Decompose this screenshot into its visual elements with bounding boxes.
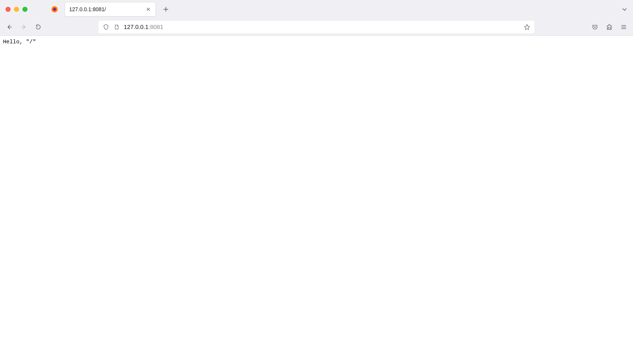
- url-text[interactable]: 127.0.0.1:8081: [124, 24, 520, 30]
- new-tab-button[interactable]: [161, 4, 171, 14]
- shield-icon[interactable]: [103, 24, 109, 30]
- nav-bar: 127.0.0.1:8081: [0, 18, 633, 36]
- svg-point-2: [53, 8, 56, 10]
- page-info-icon[interactable]: [113, 24, 120, 30]
- tab-close-button[interactable]: [145, 6, 151, 12]
- toolbar-right: [590, 22, 629, 32]
- pocket-button[interactable]: [590, 22, 600, 32]
- window-controls: [6, 7, 28, 12]
- reload-button[interactable]: [33, 22, 43, 32]
- window-minimize-button[interactable]: [14, 7, 19, 12]
- page-body: Hello, "/": [0, 36, 633, 48]
- window-maximize-button[interactable]: [23, 7, 28, 12]
- tab-title: 127.0.0.1:8081/: [69, 6, 143, 12]
- menu-button[interactable]: [618, 22, 629, 32]
- tabs-dropdown-button[interactable]: [619, 4, 629, 14]
- url-bar[interactable]: 127.0.0.1:8081: [98, 20, 535, 34]
- browser-tab[interactable]: 127.0.0.1:8081/: [65, 2, 156, 16]
- browser-chrome: 127.0.0.1:8081/: [0, 0, 633, 36]
- url-host: 127.0.0.1: [124, 24, 149, 30]
- tab-bar: 127.0.0.1:8081/: [0, 0, 633, 18]
- back-button[interactable]: [4, 22, 15, 32]
- window-close-button[interactable]: [6, 7, 11, 12]
- extensions-button[interactable]: [604, 22, 614, 32]
- firefox-icon: [51, 6, 58, 13]
- bookmark-star-icon[interactable]: [524, 24, 530, 30]
- url-port: :8081: [149, 24, 163, 30]
- page-text: Hello, "/": [3, 39, 36, 45]
- forward-button[interactable]: [19, 22, 29, 32]
